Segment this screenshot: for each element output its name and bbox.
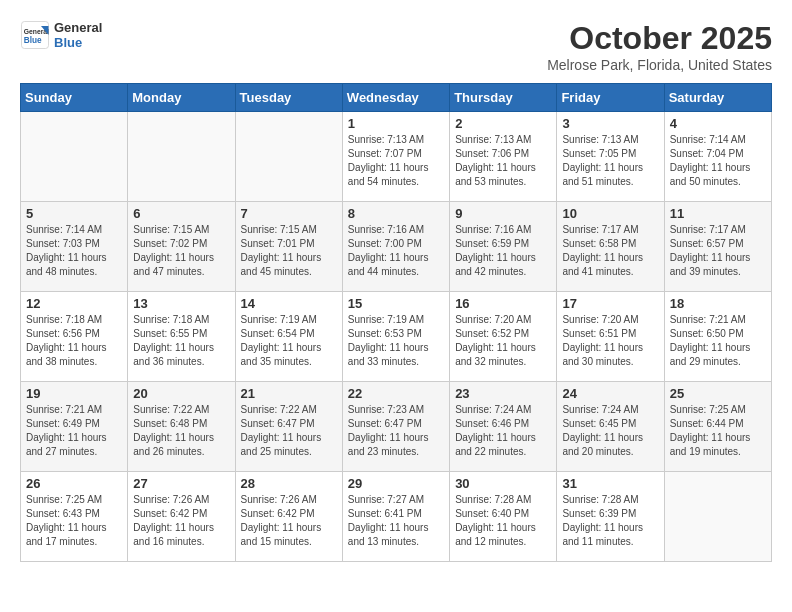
title-block: October 2025 Melrose Park, Florida, Unit…	[547, 20, 772, 73]
day-number: 30	[455, 476, 551, 491]
weekday-header-monday: Monday	[128, 84, 235, 112]
logo-text-blue: Blue	[54, 35, 102, 50]
calendar-cell	[128, 112, 235, 202]
weekday-header-thursday: Thursday	[450, 84, 557, 112]
day-info: Sunrise: 7:26 AM Sunset: 6:42 PM Dayligh…	[133, 493, 229, 549]
calendar-week-row: 5Sunrise: 7:14 AM Sunset: 7:03 PM Daylig…	[21, 202, 772, 292]
svg-text:Blue: Blue	[24, 36, 42, 45]
day-number: 24	[562, 386, 658, 401]
page-header: General Blue General Blue October 2025 M…	[20, 20, 772, 73]
day-info: Sunrise: 7:17 AM Sunset: 6:58 PM Dayligh…	[562, 223, 658, 279]
day-info: Sunrise: 7:18 AM Sunset: 6:56 PM Dayligh…	[26, 313, 122, 369]
day-info: Sunrise: 7:16 AM Sunset: 7:00 PM Dayligh…	[348, 223, 444, 279]
day-number: 1	[348, 116, 444, 131]
calendar-cell: 8Sunrise: 7:16 AM Sunset: 7:00 PM Daylig…	[342, 202, 449, 292]
day-info: Sunrise: 7:27 AM Sunset: 6:41 PM Dayligh…	[348, 493, 444, 549]
calendar-cell: 20Sunrise: 7:22 AM Sunset: 6:48 PM Dayli…	[128, 382, 235, 472]
calendar-cell: 27Sunrise: 7:26 AM Sunset: 6:42 PM Dayli…	[128, 472, 235, 562]
calendar-cell: 6Sunrise: 7:15 AM Sunset: 7:02 PM Daylig…	[128, 202, 235, 292]
day-info: Sunrise: 7:21 AM Sunset: 6:49 PM Dayligh…	[26, 403, 122, 459]
day-number: 2	[455, 116, 551, 131]
day-number: 10	[562, 206, 658, 221]
weekday-header-tuesday: Tuesday	[235, 84, 342, 112]
day-info: Sunrise: 7:16 AM Sunset: 6:59 PM Dayligh…	[455, 223, 551, 279]
calendar-week-row: 19Sunrise: 7:21 AM Sunset: 6:49 PM Dayli…	[21, 382, 772, 472]
day-number: 22	[348, 386, 444, 401]
day-number: 14	[241, 296, 337, 311]
day-info: Sunrise: 7:15 AM Sunset: 7:01 PM Dayligh…	[241, 223, 337, 279]
weekday-header-sunday: Sunday	[21, 84, 128, 112]
day-info: Sunrise: 7:25 AM Sunset: 6:43 PM Dayligh…	[26, 493, 122, 549]
calendar-cell: 9Sunrise: 7:16 AM Sunset: 6:59 PM Daylig…	[450, 202, 557, 292]
calendar-cell: 7Sunrise: 7:15 AM Sunset: 7:01 PM Daylig…	[235, 202, 342, 292]
day-number: 18	[670, 296, 766, 311]
calendar-cell: 29Sunrise: 7:27 AM Sunset: 6:41 PM Dayli…	[342, 472, 449, 562]
day-number: 5	[26, 206, 122, 221]
day-number: 3	[562, 116, 658, 131]
month-title: October 2025	[547, 20, 772, 57]
day-info: Sunrise: 7:23 AM Sunset: 6:47 PM Dayligh…	[348, 403, 444, 459]
calendar-cell: 30Sunrise: 7:28 AM Sunset: 6:40 PM Dayli…	[450, 472, 557, 562]
day-info: Sunrise: 7:28 AM Sunset: 6:40 PM Dayligh…	[455, 493, 551, 549]
day-info: Sunrise: 7:13 AM Sunset: 7:05 PM Dayligh…	[562, 133, 658, 189]
day-info: Sunrise: 7:20 AM Sunset: 6:51 PM Dayligh…	[562, 313, 658, 369]
day-info: Sunrise: 7:13 AM Sunset: 7:07 PM Dayligh…	[348, 133, 444, 189]
day-number: 29	[348, 476, 444, 491]
day-number: 13	[133, 296, 229, 311]
day-info: Sunrise: 7:25 AM Sunset: 6:44 PM Dayligh…	[670, 403, 766, 459]
calendar-cell: 1Sunrise: 7:13 AM Sunset: 7:07 PM Daylig…	[342, 112, 449, 202]
weekday-header-saturday: Saturday	[664, 84, 771, 112]
calendar-cell: 28Sunrise: 7:26 AM Sunset: 6:42 PM Dayli…	[235, 472, 342, 562]
calendar-cell: 21Sunrise: 7:22 AM Sunset: 6:47 PM Dayli…	[235, 382, 342, 472]
calendar-week-row: 26Sunrise: 7:25 AM Sunset: 6:43 PM Dayli…	[21, 472, 772, 562]
calendar-cell: 5Sunrise: 7:14 AM Sunset: 7:03 PM Daylig…	[21, 202, 128, 292]
calendar-cell: 18Sunrise: 7:21 AM Sunset: 6:50 PM Dayli…	[664, 292, 771, 382]
day-number: 4	[670, 116, 766, 131]
day-info: Sunrise: 7:24 AM Sunset: 6:45 PM Dayligh…	[562, 403, 658, 459]
calendar-cell: 31Sunrise: 7:28 AM Sunset: 6:39 PM Dayli…	[557, 472, 664, 562]
calendar-cell: 22Sunrise: 7:23 AM Sunset: 6:47 PM Dayli…	[342, 382, 449, 472]
day-info: Sunrise: 7:14 AM Sunset: 7:04 PM Dayligh…	[670, 133, 766, 189]
day-number: 27	[133, 476, 229, 491]
logo: General Blue General Blue	[20, 20, 102, 50]
logo-icon: General Blue	[20, 20, 50, 50]
calendar-cell: 26Sunrise: 7:25 AM Sunset: 6:43 PM Dayli…	[21, 472, 128, 562]
day-number: 26	[26, 476, 122, 491]
day-number: 19	[26, 386, 122, 401]
weekday-header-friday: Friday	[557, 84, 664, 112]
day-number: 7	[241, 206, 337, 221]
day-number: 16	[455, 296, 551, 311]
logo-text-general: General	[54, 20, 102, 35]
day-info: Sunrise: 7:14 AM Sunset: 7:03 PM Dayligh…	[26, 223, 122, 279]
calendar-cell: 11Sunrise: 7:17 AM Sunset: 6:57 PM Dayli…	[664, 202, 771, 292]
day-info: Sunrise: 7:19 AM Sunset: 6:53 PM Dayligh…	[348, 313, 444, 369]
day-info: Sunrise: 7:21 AM Sunset: 6:50 PM Dayligh…	[670, 313, 766, 369]
day-info: Sunrise: 7:20 AM Sunset: 6:52 PM Dayligh…	[455, 313, 551, 369]
calendar-cell: 16Sunrise: 7:20 AM Sunset: 6:52 PM Dayli…	[450, 292, 557, 382]
day-info: Sunrise: 7:28 AM Sunset: 6:39 PM Dayligh…	[562, 493, 658, 549]
calendar-cell: 10Sunrise: 7:17 AM Sunset: 6:58 PM Dayli…	[557, 202, 664, 292]
calendar-cell: 24Sunrise: 7:24 AM Sunset: 6:45 PM Dayli…	[557, 382, 664, 472]
calendar-cell: 2Sunrise: 7:13 AM Sunset: 7:06 PM Daylig…	[450, 112, 557, 202]
day-number: 17	[562, 296, 658, 311]
calendar-cell: 17Sunrise: 7:20 AM Sunset: 6:51 PM Dayli…	[557, 292, 664, 382]
day-number: 11	[670, 206, 766, 221]
day-info: Sunrise: 7:17 AM Sunset: 6:57 PM Dayligh…	[670, 223, 766, 279]
day-number: 23	[455, 386, 551, 401]
calendar-cell	[664, 472, 771, 562]
day-number: 15	[348, 296, 444, 311]
day-info: Sunrise: 7:24 AM Sunset: 6:46 PM Dayligh…	[455, 403, 551, 459]
day-number: 20	[133, 386, 229, 401]
calendar-cell: 19Sunrise: 7:21 AM Sunset: 6:49 PM Dayli…	[21, 382, 128, 472]
calendar-table: SundayMondayTuesdayWednesdayThursdayFrid…	[20, 83, 772, 562]
calendar-cell	[21, 112, 128, 202]
calendar-cell: 23Sunrise: 7:24 AM Sunset: 6:46 PM Dayli…	[450, 382, 557, 472]
day-info: Sunrise: 7:22 AM Sunset: 6:48 PM Dayligh…	[133, 403, 229, 459]
day-number: 12	[26, 296, 122, 311]
weekday-header-wednesday: Wednesday	[342, 84, 449, 112]
calendar-cell: 4Sunrise: 7:14 AM Sunset: 7:04 PM Daylig…	[664, 112, 771, 202]
day-info: Sunrise: 7:19 AM Sunset: 6:54 PM Dayligh…	[241, 313, 337, 369]
calendar-week-row: 12Sunrise: 7:18 AM Sunset: 6:56 PM Dayli…	[21, 292, 772, 382]
day-info: Sunrise: 7:22 AM Sunset: 6:47 PM Dayligh…	[241, 403, 337, 459]
calendar-cell: 13Sunrise: 7:18 AM Sunset: 6:55 PM Dayli…	[128, 292, 235, 382]
